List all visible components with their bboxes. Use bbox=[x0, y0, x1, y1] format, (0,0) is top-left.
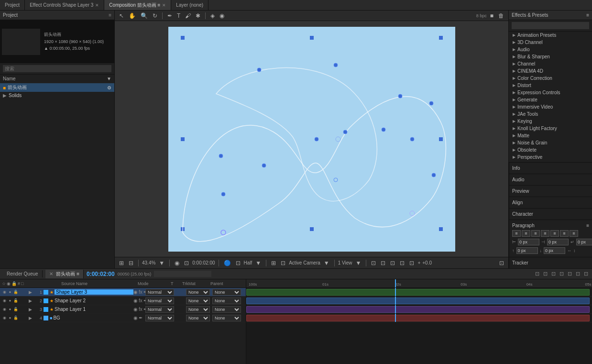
layer-4-solo-icon[interactable]: ◉ bbox=[133, 315, 138, 320]
project-name-sort[interactable]: ▼ bbox=[107, 76, 111, 81]
vt-3d[interactable]: ⊡ bbox=[398, 260, 406, 266]
layer-4-lock[interactable]: 🔓 bbox=[13, 316, 18, 320]
para-justify-right[interactable]: ≡ bbox=[560, 230, 569, 237]
tl-tool-6[interactable]: ⊡ bbox=[575, 271, 581, 277]
para-justify-all[interactable]: ≡ bbox=[570, 230, 578, 237]
info-title[interactable]: Info bbox=[512, 165, 589, 172]
vt-view[interactable]: 1 View bbox=[338, 260, 352, 265]
text-dir2-icon[interactable]: ↕ bbox=[573, 248, 576, 253]
character-title[interactable]: Character bbox=[512, 210, 589, 218]
vt-camera-dropdown[interactable]: ▼ bbox=[322, 260, 331, 266]
space-after-input[interactable] bbox=[544, 247, 565, 254]
tl-tool-4[interactable]: ⊡ bbox=[559, 271, 565, 277]
trash-btn[interactable]: 🗑 bbox=[497, 12, 505, 19]
layer-3-solo-icon[interactable]: ◉ bbox=[133, 307, 138, 312]
effect-immersive-video[interactable]: ▶ Immersive Video bbox=[509, 103, 592, 110]
effect-generate[interactable]: ▶ Generate bbox=[509, 96, 592, 103]
layer-1-trkmat-select[interactable]: None bbox=[186, 289, 210, 296]
layer-2-mode-select[interactable]: Normal bbox=[145, 298, 174, 304]
vt-quality-dropdown[interactable]: ▼ bbox=[254, 260, 263, 266]
timeline-tab-comp[interactable]: ✕ 箭头动画 ≡ bbox=[45, 270, 84, 278]
tab-effect-controls[interactable]: Effect Controls Shape Layer 3 ✕ bbox=[25, 0, 104, 10]
vt-resolution[interactable]: ⊡ bbox=[234, 260, 242, 266]
vt-export[interactable]: ⊡ bbox=[389, 260, 396, 266]
audio-title[interactable]: Audio bbox=[512, 176, 589, 183]
tool-puppet[interactable]: ◉ bbox=[218, 12, 226, 19]
effect-noise-grain[interactable]: ▶ Noise & Grain bbox=[509, 139, 592, 146]
layer-row-4[interactable]: ◉ ● 🔓 ▶ 4 ■ BG ◉ ✒ Normal bbox=[0, 314, 246, 322]
layer-2-eye[interactable]: ● bbox=[8, 298, 12, 303]
effect-matte[interactable]: ▶ Matte bbox=[509, 132, 592, 139]
project-item-options[interactable]: ⚙ bbox=[107, 85, 111, 90]
vt-camera-mode[interactable]: ◉ bbox=[173, 260, 181, 266]
vt-render[interactable]: ⊡ bbox=[379, 260, 387, 266]
effect-audio[interactable]: ▶ Audio bbox=[509, 46, 592, 53]
effect-3d-channel[interactable]: ▶ 3D Channel bbox=[509, 39, 592, 46]
layer-3-parent-select[interactable]: None bbox=[212, 306, 241, 313]
effect-keying[interactable]: ▶ Keying bbox=[509, 118, 592, 125]
para-justify-center[interactable]: ≡ bbox=[550, 230, 559, 237]
layer-1-mode-select[interactable]: Normal bbox=[145, 289, 174, 296]
tab-composition-close[interactable]: ✕ bbox=[162, 3, 166, 8]
effect-jae-tools[interactable]: ▶ JAe Tools bbox=[509, 110, 592, 118]
layer-1-shy[interactable]: ◉ bbox=[2, 290, 7, 295]
layer-4-mode-select[interactable]: Normal bbox=[145, 315, 174, 321]
layer-2-shy[interactable]: ◉ bbox=[2, 298, 7, 303]
vt-mode-btn[interactable]: ⊞ bbox=[270, 260, 277, 266]
tl-tool-2[interactable]: ⊡ bbox=[542, 271, 548, 277]
tool-text[interactable]: T bbox=[175, 12, 182, 19]
tracker-title[interactable]: Tracker bbox=[512, 259, 589, 266]
vt-mag-dropdown[interactable]: ▼ bbox=[157, 260, 166, 266]
indent-right-input[interactable] bbox=[547, 239, 569, 245]
tool-rotate[interactable]: ↻ bbox=[151, 12, 159, 19]
project-item-solids[interactable]: ▶ Solids bbox=[0, 92, 114, 99]
layer-4-parent-select[interactable]: None bbox=[212, 315, 241, 321]
layer-row-2[interactable]: ◉ ● 🔓 ▶ 2 ★ Shape Layer 2 ◉ fx ✒ Normal bbox=[0, 297, 246, 305]
para-align-center[interactable]: ≡ bbox=[522, 230, 530, 237]
layer-1-expand[interactable]: ▶ bbox=[29, 290, 34, 295]
project-settings-btn[interactable]: ■ bbox=[489, 12, 495, 19]
tool-pen[interactable]: ✒ bbox=[166, 12, 174, 19]
layer-2-solo-icon[interactable]: ◉ bbox=[133, 298, 138, 303]
layer-2-effect-icon[interactable]: fx bbox=[139, 298, 143, 303]
text-dir-icon[interactable]: ↔ bbox=[567, 248, 571, 253]
tool-roto[interactable]: ◈ bbox=[209, 12, 216, 19]
layer-4-expand[interactable]: ▶ bbox=[29, 316, 34, 320]
vt-color-mode[interactable]: 🔵 bbox=[222, 260, 232, 266]
timeline-comp-close[interactable]: ✕ bbox=[49, 271, 53, 276]
effect-color-correction[interactable]: ▶ Color Correction bbox=[509, 75, 592, 82]
indent-first-input[interactable] bbox=[576, 239, 592, 245]
effect-animation-presets[interactable]: ▶ Animation Presets bbox=[509, 32, 592, 39]
layer-3-trkmat-select[interactable]: None bbox=[186, 306, 210, 313]
layer-3-lock[interactable]: 🔓 bbox=[13, 307, 18, 312]
layer-row-1[interactable]: ◉ ● 🔓 ▶ 1 ★ Shape Layer 3 ◉ fx ✒ Normal bbox=[0, 288, 246, 297]
timeline-tab-render-queue[interactable]: Render Queue bbox=[3, 270, 43, 277]
para-justify-left[interactable]: ≡ bbox=[541, 230, 549, 237]
vt-snap-toggle[interactable]: ⊞ bbox=[118, 260, 125, 266]
vt-3d2[interactable]: ⊡ bbox=[408, 260, 416, 266]
vt-quality[interactable]: Half bbox=[244, 260, 252, 265]
effect-blur-sharpen[interactable]: ▶ Blur & Sharpen bbox=[509, 53, 592, 60]
layer-2-parent-select[interactable]: None bbox=[212, 298, 241, 304]
vt-view-dropdown[interactable]: ▼ bbox=[354, 260, 363, 266]
tool-zoom[interactable]: 🔍 bbox=[139, 12, 149, 19]
effects-search-input[interactable] bbox=[512, 22, 589, 29]
layer-4-eye[interactable]: ● bbox=[8, 316, 12, 320]
timeline-search-input[interactable] bbox=[154, 271, 211, 277]
indent-left-input[interactable] bbox=[518, 239, 539, 245]
para-align-right[interactable]: ≡ bbox=[531, 230, 540, 237]
project-search-input[interactable] bbox=[3, 65, 111, 72]
tab-effect-controls-close[interactable]: ✕ bbox=[95, 3, 99, 8]
layer-1-lock[interactable]: 🔓 bbox=[13, 290, 18, 295]
effect-cinema4d[interactable]: ▶ CINEMA 4D bbox=[509, 67, 592, 75]
layer-4-pen-icon[interactable]: ✒ bbox=[139, 315, 143, 320]
paragraph-menu[interactable]: ≡ bbox=[586, 223, 589, 228]
space-before-input[interactable] bbox=[516, 247, 538, 254]
preview-title[interactable]: Preview bbox=[512, 188, 589, 195]
tool-brush[interactable]: 🖌 bbox=[184, 12, 192, 19]
timeline-timecode[interactable]: 0:00:02:00 bbox=[87, 271, 115, 277]
tl-tool-5[interactable]: ⊡ bbox=[567, 271, 573, 277]
layer-3-eye[interactable]: ● bbox=[8, 307, 12, 312]
effect-obsolete[interactable]: ▶ Obsolete bbox=[509, 146, 592, 154]
layer-3-effect-icon[interactable]: fx bbox=[139, 307, 143, 312]
